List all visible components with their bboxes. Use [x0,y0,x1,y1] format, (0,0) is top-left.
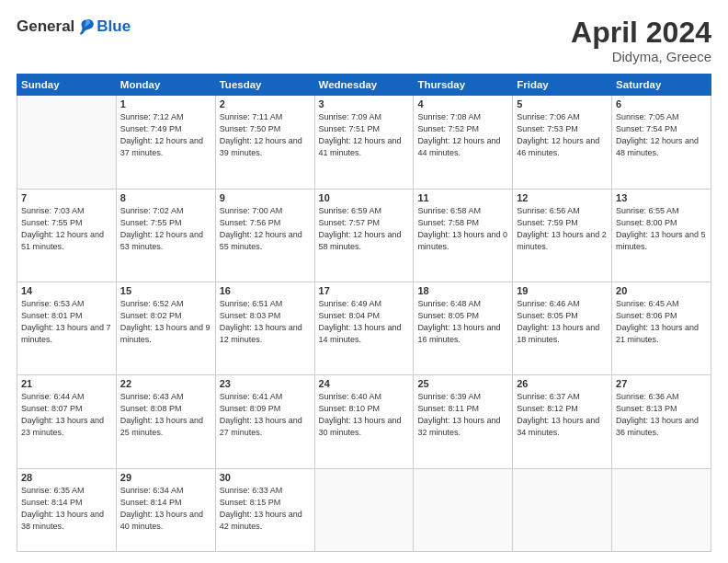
sunset-label: Sunset: 8:14 PM [120,498,182,507]
table-row: 16 Sunrise: 6:51 AM Sunset: 8:03 PM Dayl… [215,282,314,374]
daylight-label: Daylight: 13 hours and 0 minutes. [417,230,507,251]
sunrise-label: Sunrise: 6:44 AM [21,392,85,401]
daylight-label: Daylight: 13 hours and 38 minutes. [21,510,104,531]
day-info: Sunrise: 7:12 AM Sunset: 7:49 PM Dayligh… [120,111,211,159]
sunrise-label: Sunrise: 6:40 AM [319,392,382,401]
table-row: 5 Sunrise: 7:06 AM Sunset: 7:53 PM Dayli… [513,96,612,189]
daylight-label: Daylight: 13 hours and 18 minutes. [517,323,599,344]
daylight-label: Daylight: 13 hours and 7 minutes. [21,323,111,344]
day-info: Sunrise: 6:41 AM Sunset: 8:09 PM Dayligh… [220,391,311,439]
sunrise-label: Sunrise: 7:11 AM [220,112,283,121]
table-row: 27 Sunrise: 6:36 AM Sunset: 8:13 PM Dayl… [612,375,711,468]
table-row [314,468,414,552]
day-info: Sunrise: 6:43 AM Sunset: 8:08 PM Dayligh… [120,391,211,439]
daylight-label: Daylight: 13 hours and 27 minutes. [220,416,302,437]
daylight-label: Daylight: 12 hours and 37 minutes. [120,136,203,157]
table-row: 25 Sunrise: 6:39 AM Sunset: 8:11 PM Dayl… [414,375,513,468]
daylight-label: Daylight: 13 hours and 25 minutes. [120,416,203,437]
daylight-label: Daylight: 12 hours and 51 minutes. [21,230,104,251]
sunset-label: Sunset: 8:12 PM [517,404,578,413]
sunset-label: Sunset: 7:55 PM [21,218,83,227]
table-row [414,468,513,552]
col-saturday: Saturday [612,75,711,96]
day-number: 12 [517,192,608,203]
daylight-label: Daylight: 13 hours and 30 minutes. [319,416,402,437]
day-info: Sunrise: 6:40 AM Sunset: 8:10 PM Dayligh… [319,391,410,439]
daylight-label: Daylight: 13 hours and 16 minutes. [417,323,500,344]
sunset-label: Sunset: 8:03 PM [220,311,281,320]
sunset-label: Sunset: 8:05 PM [417,311,479,320]
day-number: 23 [220,378,311,389]
day-number: 26 [517,378,608,389]
day-info: Sunrise: 7:08 AM Sunset: 7:52 PM Dayligh… [417,111,508,159]
daylight-label: Daylight: 13 hours and 23 minutes. [21,416,104,437]
daylight-label: Daylight: 13 hours and 32 minutes. [417,416,500,437]
table-row: 21 Sunrise: 6:44 AM Sunset: 8:07 PM Dayl… [17,375,117,468]
sunset-label: Sunset: 7:51 PM [319,124,381,133]
sunset-label: Sunset: 7:50 PM [220,124,281,133]
col-tuesday: Tuesday [215,75,314,96]
day-number: 11 [417,192,508,203]
day-number: 22 [120,378,211,389]
table-row: 20 Sunrise: 6:45 AM Sunset: 8:06 PM Dayl… [612,282,711,374]
daylight-label: Daylight: 12 hours and 39 minutes. [220,136,302,157]
day-number: 30 [220,472,311,483]
table-row: 8 Sunrise: 7:02 AM Sunset: 7:55 PM Dayli… [116,189,215,282]
day-info: Sunrise: 7:05 AM Sunset: 7:54 PM Dayligh… [616,111,707,159]
table-row: 9 Sunrise: 7:00 AM Sunset: 7:56 PM Dayli… [215,189,314,282]
day-info: Sunrise: 6:58 AM Sunset: 7:58 PM Dayligh… [417,205,508,253]
table-row: 14 Sunrise: 6:53 AM Sunset: 8:01 PM Dayl… [17,282,117,374]
daylight-label: Daylight: 12 hours and 58 minutes. [319,230,402,251]
title-location: Didyma, Greece [571,49,711,64]
sunrise-label: Sunrise: 6:41 AM [220,392,283,401]
day-info: Sunrise: 6:36 AM Sunset: 8:13 PM Dayligh… [616,391,707,439]
day-number: 25 [417,378,508,389]
sunset-label: Sunset: 8:00 PM [616,218,677,227]
day-number: 21 [21,378,112,389]
title-block: April 2024 Didyma, Greece [571,17,711,64]
day-info: Sunrise: 6:34 AM Sunset: 8:14 PM Dayligh… [120,485,211,533]
calendar-table: Sunday Monday Tuesday Wednesday Thursday… [17,74,711,552]
daylight-label: Daylight: 13 hours and 12 minutes. [220,323,302,344]
day-number: 6 [616,98,707,109]
sunrise-label: Sunrise: 7:05 AM [616,112,679,121]
logo-general: General [17,17,74,36]
day-number: 8 [120,192,211,203]
daylight-label: Daylight: 13 hours and 2 minutes. [517,230,607,251]
sunrise-label: Sunrise: 6:37 AM [517,392,580,401]
sunrise-label: Sunrise: 6:55 AM [616,206,679,215]
sunset-label: Sunset: 7:49 PM [120,124,182,133]
sunrise-label: Sunrise: 6:34 AM [120,486,184,495]
sunset-label: Sunset: 8:09 PM [220,404,281,413]
day-number: 7 [21,192,112,203]
sunset-label: Sunset: 8:10 PM [319,404,381,413]
sunset-label: Sunset: 7:56 PM [220,218,281,227]
day-info: Sunrise: 6:49 AM Sunset: 8:04 PM Dayligh… [319,298,410,346]
sunrise-label: Sunrise: 7:00 AM [220,206,283,215]
sunset-label: Sunset: 8:14 PM [21,498,83,507]
day-number: 2 [220,98,311,109]
day-info: Sunrise: 7:06 AM Sunset: 7:53 PM Dayligh… [517,111,608,159]
day-info: Sunrise: 6:56 AM Sunset: 7:59 PM Dayligh… [517,205,608,253]
table-row: 29 Sunrise: 6:34 AM Sunset: 8:14 PM Dayl… [116,468,215,552]
sunset-label: Sunset: 8:15 PM [220,498,281,507]
day-info: Sunrise: 6:59 AM Sunset: 7:57 PM Dayligh… [319,205,410,253]
table-row: 7 Sunrise: 7:03 AM Sunset: 7:55 PM Dayli… [17,189,117,282]
daylight-label: Daylight: 13 hours and 9 minutes. [120,323,210,344]
day-info: Sunrise: 6:44 AM Sunset: 8:07 PM Dayligh… [21,391,112,439]
table-row: 13 Sunrise: 6:55 AM Sunset: 8:00 PM Dayl… [612,189,711,282]
sunrise-label: Sunrise: 6:53 AM [21,299,85,308]
page: General Blue April 2024 Didyma, Greece S… [0,0,728,563]
day-number: 28 [21,472,112,483]
sunrise-label: Sunrise: 6:33 AM [220,486,283,495]
sunrise-label: Sunrise: 6:36 AM [616,392,679,401]
table-row: 19 Sunrise: 6:46 AM Sunset: 8:05 PM Dayl… [513,282,612,374]
table-row [612,468,711,552]
table-row: 26 Sunrise: 6:37 AM Sunset: 8:12 PM Dayl… [513,375,612,468]
col-friday: Friday [513,75,612,96]
day-info: Sunrise: 6:53 AM Sunset: 8:01 PM Dayligh… [21,298,112,346]
sunset-label: Sunset: 8:13 PM [616,404,677,413]
sunrise-label: Sunrise: 6:35 AM [21,486,85,495]
day-info: Sunrise: 7:03 AM Sunset: 7:55 PM Dayligh… [21,205,112,253]
table-row [513,468,612,552]
